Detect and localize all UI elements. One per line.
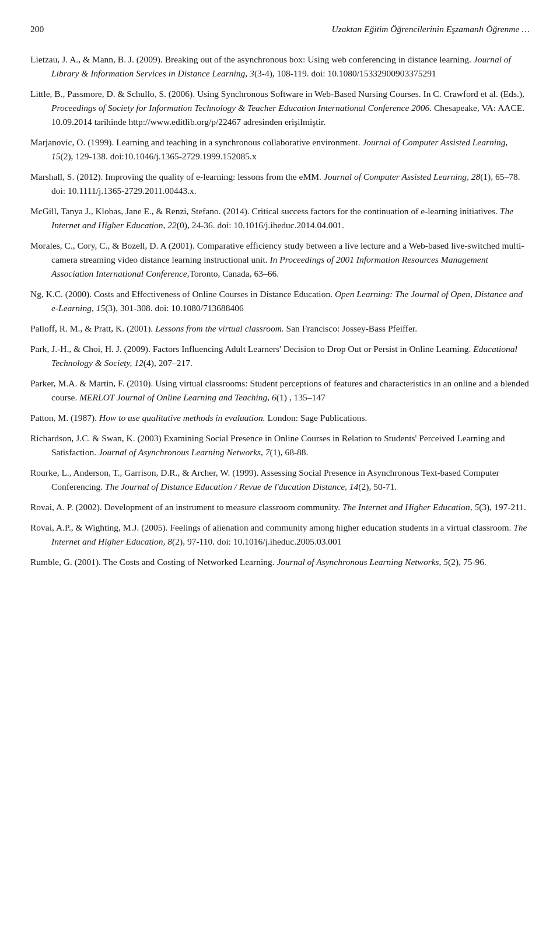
references-body: Lietzau, J. A., & Mann, B. J. (2009). Br…: [30, 53, 530, 569]
ref-after-italic: San Francisco: Jossey-Bass Pfeiffer.: [284, 323, 417, 333]
reference-entry: Marshall, S. (2012). Improving the quali…: [30, 170, 530, 198]
ref-italic: Journal of Asynchronous Learning Network…: [276, 557, 448, 567]
ref-after-italic: (3), 301-308. doi: 10.1080/713688406: [105, 303, 244, 313]
reference-entry: Park, J.-H., & Choi, H. J. (2009). Facto…: [30, 342, 530, 370]
reference-entry: Palloff, R. M., & Pratt, K. (2001). Less…: [30, 322, 530, 336]
page-title: Uzaktan Eğitim Öğrencilerinin Eşzamanlı …: [332, 22, 530, 36]
ref-after-italic: (0), 24-36. doi: 10.1016/j.iheduc.2014.0…: [177, 220, 344, 230]
ref-text: Marjanovic, O. (1999). Learning and teac…: [30, 137, 362, 147]
ref-after-italic: (2), 129-138. doi:10.1046/j.1365-2729.19…: [61, 151, 257, 161]
reference-entry: Morales, C., Cory, C., & Bozell, D. A (2…: [30, 239, 530, 281]
ref-italic: MERLOT Journal of Online Learning and Te…: [79, 392, 276, 402]
ref-text: Rovai, A.P., & Wighting, M.J. (2005). Fe…: [30, 522, 513, 532]
ref-text: Ng, K.C. (2000). Costs and Effectiveness…: [30, 289, 335, 299]
ref-text: Rumble, G. (2001). The Costs and Costing…: [30, 557, 276, 567]
ref-text: Patton, M. (1987).: [30, 413, 99, 423]
reference-entry: Little, B., Passmore, D. & Schullo, S. (…: [30, 87, 530, 129]
ref-text: Palloff, R. M., & Pratt, K. (2001).: [30, 323, 155, 333]
ref-italic: How to use qualitative methods in evalua…: [99, 413, 265, 423]
ref-after-italic: (1) , 135–147: [276, 392, 326, 402]
ref-after-italic: (2), 97-110. doi: 10.1016/j.iheduc.2005.…: [172, 536, 341, 546]
ref-italic: Journal of Asynchronous Learning Network…: [99, 447, 270, 457]
reference-entry: Parker, M.A. & Martin, F. (2010). Using …: [30, 376, 530, 405]
ref-after-italic: (2), 75-96.: [448, 557, 487, 567]
reference-entry: McGill, Tanya J., Klobas, Jane E., & Ren…: [30, 204, 530, 232]
ref-after-italic: London: Sage Publications.: [265, 413, 368, 423]
reference-entry: Rumble, G. (2001). The Costs and Costing…: [30, 555, 530, 569]
reference-entry: Richardson, J.C. & Swan, K. (2003) Exami…: [30, 431, 530, 459]
ref-after-italic: (4), 207–217.: [144, 358, 192, 368]
reference-entry: Lietzau, J. A., & Mann, B. J. (2009). Br…: [30, 53, 530, 81]
ref-italic: Lessons from the virtual classroom.: [155, 323, 284, 333]
reference-entry: Patton, M. (1987). How to use qualitativ…: [30, 411, 530, 425]
page-header: 200 Uzaktan Eğitim Öğrencilerinin Eşzama…: [30, 22, 530, 36]
ref-after-italic: (2), 50-71.: [358, 482, 397, 491]
reference-entry: Rovai, A. P. (2002). Development of an i…: [30, 500, 530, 514]
ref-after-italic: (1), 68-88.: [270, 447, 309, 457]
ref-italic: The Journal of Distance Education / Revu…: [105, 482, 358, 491]
page-number: 200: [30, 22, 44, 36]
ref-text: Rovai, A. P. (2002). Development of an i…: [30, 502, 342, 512]
ref-text: Little, B., Passmore, D. & Schullo, S. (…: [30, 89, 524, 99]
ref-text: McGill, Tanya J., Klobas, Jane E., & Ren…: [30, 206, 500, 216]
ref-after-italic: (3-4), 108-119. doi: 10.1080/15332900903…: [254, 68, 436, 78]
ref-italic: The Internet and Higher Education, 5: [342, 502, 479, 512]
reference-entry: Rourke, L., Anderson, T., Garrison, D.R.…: [30, 466, 530, 494]
ref-text: Lietzau, J. A., & Mann, B. J. (2009). Br…: [30, 54, 474, 64]
ref-after-italic: (3), 197-211.: [479, 502, 526, 512]
ref-after-italic: Toronto, Canada, 63–66.: [190, 269, 279, 278]
reference-entry: Marjanovic, O. (1999). Learning and teac…: [30, 135, 530, 163]
reference-entry: Ng, K.C. (2000). Costs and Effectiveness…: [30, 287, 530, 315]
ref-text: Marshall, S. (2012). Improving the quali…: [30, 172, 324, 182]
ref-italic: Journal of Computer Assisted Learning, 2…: [324, 172, 480, 182]
ref-text: Park, J.-H., & Choi, H. J. (2009). Facto…: [30, 344, 473, 354]
ref-italic: Proceedings of Society for Information T…: [51, 103, 432, 113]
reference-entry: Rovai, A.P., & Wighting, M.J. (2005). Fe…: [30, 521, 530, 549]
